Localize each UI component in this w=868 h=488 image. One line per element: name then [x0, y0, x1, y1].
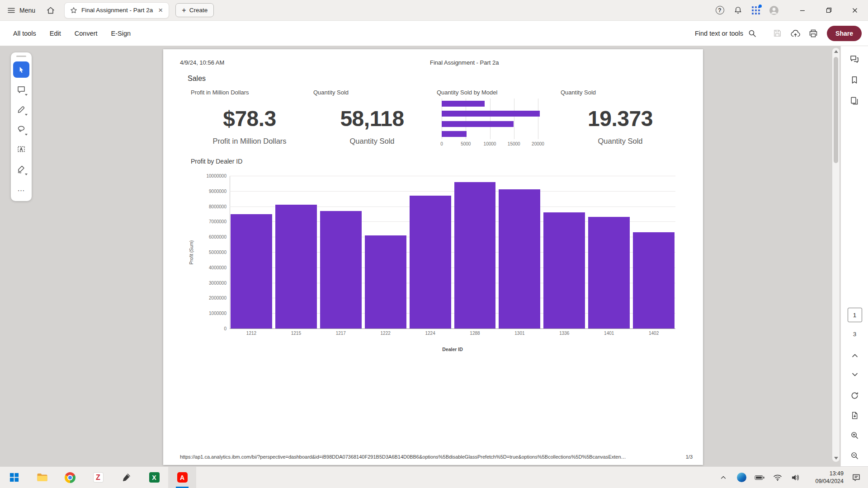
- avatar-icon: [769, 5, 779, 15]
- cloud-upload-icon: [790, 29, 801, 38]
- model-chart-bar: [442, 111, 540, 117]
- taskbar-clock[interactable]: 13:49 09/04/2024: [805, 470, 846, 485]
- total-pages-label: 3: [853, 331, 857, 338]
- start-button[interactable]: [0, 467, 28, 488]
- refresh-button[interactable]: [846, 387, 863, 404]
- notifications-button[interactable]: [729, 1, 747, 19]
- app-launcher-button[interactable]: [747, 1, 765, 19]
- dealer-chart-yaxis: 1000000090000008000000700000060000005000…: [198, 176, 226, 328]
- dealer-chart-bar-1301: [499, 189, 540, 328]
- dealer-chart-xtick-label: 1288: [454, 331, 496, 336]
- plus-icon: +: [182, 7, 186, 14]
- wifi-tray-button[interactable]: [769, 467, 787, 488]
- prev-page-row: [841, 347, 868, 364]
- tray-overflow-button[interactable]: [714, 467, 732, 488]
- menu-button[interactable]: Menu: [0, 0, 42, 21]
- find-button[interactable]: Find text or tools: [695, 29, 756, 38]
- excel-button[interactable]: X: [140, 467, 168, 488]
- triangle-down-icon: [834, 457, 838, 460]
- comments-panel-button[interactable]: [846, 51, 863, 68]
- notification-dot: [759, 5, 762, 8]
- restore-button[interactable]: [816, 0, 842, 21]
- minimize-button[interactable]: [789, 0, 816, 21]
- comment-icon: [17, 85, 26, 94]
- all-tools-menu[interactable]: All tools: [6, 21, 43, 46]
- kpi-caption: Profit in Million Dollars: [191, 137, 308, 145]
- print-button[interactable]: [804, 24, 822, 42]
- dealer-chart-bar-1402: [633, 232, 675, 328]
- upload-cloud-button[interactable]: [786, 24, 804, 42]
- toolbar: All tools Edit Convert E-Sign Find text …: [0, 21, 868, 46]
- esign-menu[interactable]: E-Sign: [104, 21, 138, 46]
- zoom-in-row: [841, 427, 868, 444]
- kpi-quantity-sold-avg: Quantity Sold 19.373 Quantity Sold: [561, 89, 680, 148]
- dealer-chart-bar-1336: [543, 212, 585, 328]
- zoom-out-icon: [850, 451, 859, 460]
- more-tools-button[interactable]: …: [13, 181, 29, 197]
- dealer-chart-xtick-label: 1402: [633, 331, 675, 336]
- bookmark-icon: [850, 75, 859, 84]
- edge-tray-button[interactable]: [732, 467, 750, 488]
- pen-app-button[interactable]: [112, 467, 140, 488]
- dealer-chart-bar-1224: [410, 196, 451, 328]
- bell-icon: [734, 6, 742, 14]
- help-button[interactable]: ?: [711, 1, 729, 19]
- dealer-chart-bar-1215: [275, 205, 317, 328]
- clock-time: 13:49: [805, 470, 844, 478]
- zotero-button[interactable]: Z: [84, 467, 112, 488]
- star-icon: [70, 7, 77, 14]
- convert-menu[interactable]: Convert: [68, 21, 104, 46]
- fill-sign-tool-button[interactable]: [13, 161, 29, 177]
- save-icon: [773, 29, 782, 38]
- clock-date: 09/04/2024: [805, 478, 844, 485]
- create-button[interactable]: + Create: [175, 3, 214, 17]
- previous-page-button[interactable]: [846, 347, 863, 364]
- battery-icon: [755, 475, 764, 480]
- account-button[interactable]: [765, 1, 783, 19]
- zoom-in-button[interactable]: [846, 427, 863, 444]
- share-button[interactable]: Share: [827, 26, 862, 41]
- windows-logo-icon: [9, 473, 19, 482]
- next-page-button[interactable]: [846, 366, 863, 383]
- document-tab[interactable]: Final Assignment - Part 2a ×: [64, 2, 169, 19]
- battery-tray-button[interactable]: [750, 467, 769, 488]
- save-button[interactable]: [768, 24, 786, 42]
- text-box-icon: [17, 145, 26, 154]
- dealer-chart-gridline: [230, 328, 675, 329]
- zoom-out-button[interactable]: [846, 447, 863, 464]
- edit-menu[interactable]: Edit: [43, 21, 68, 46]
- page-thumbnails-panel-button[interactable]: [846, 92, 863, 109]
- page-view-button[interactable]: [846, 407, 863, 424]
- excel-icon: X: [149, 472, 160, 483]
- dealer-chart-ytick-label: 5000000: [209, 250, 226, 255]
- scrollbar-thumb[interactable]: [834, 57, 838, 163]
- tab-close-button[interactable]: ×: [157, 6, 164, 14]
- volume-tray-button[interactable]: [787, 467, 805, 488]
- bookmarks-panel-button[interactable]: [846, 71, 863, 89]
- pdf-footer-url: https://ap1.ca.analytics.ibm.com/bi/?per…: [180, 454, 626, 460]
- vertical-scrollbar[interactable]: [832, 48, 840, 462]
- home-button[interactable]: [42, 1, 60, 19]
- dealer-chart-ytick-label: 8000000: [209, 204, 226, 209]
- restore-icon: [826, 7, 832, 13]
- close-window-button[interactable]: [842, 0, 868, 21]
- find-label: Find text or tools: [695, 30, 743, 37]
- comment-tool-button[interactable]: [13, 81, 29, 98]
- kpi-caption: Quantity Sold: [313, 137, 431, 145]
- active-app-indicator: [176, 487, 189, 488]
- model-chart-tick-label: 20000: [532, 141, 544, 146]
- select-tool-button[interactable]: [13, 61, 29, 78]
- scroll-up-button[interactable]: [832, 48, 840, 55]
- action-center-button[interactable]: [846, 467, 866, 488]
- titlebar: Menu Final Assignment - Part 2a × + Crea…: [0, 0, 868, 21]
- chrome-button[interactable]: [56, 467, 84, 488]
- signature-pen-icon: [17, 164, 26, 174]
- highlight-tool-button[interactable]: [13, 101, 29, 117]
- add-text-tool-button[interactable]: [13, 141, 29, 157]
- palette-drag-handle[interactable]: [16, 56, 26, 57]
- lasso-tool-button[interactable]: [13, 121, 29, 137]
- acrobat-button[interactable]: A: [168, 467, 196, 488]
- current-page-input[interactable]: 1: [848, 308, 862, 322]
- file-explorer-button[interactable]: [28, 467, 56, 488]
- scroll-down-button[interactable]: [832, 455, 840, 462]
